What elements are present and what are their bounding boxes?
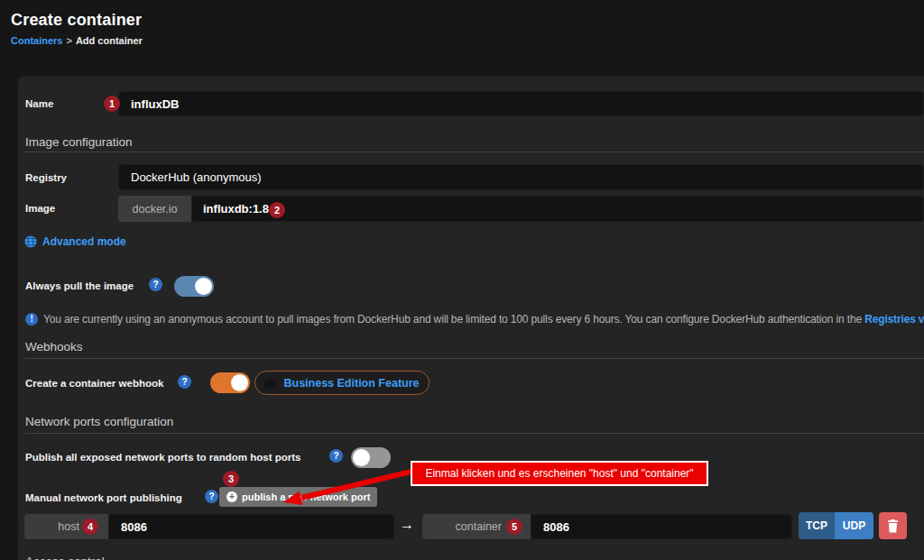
- webhook-toggle[interactable]: [210, 372, 250, 393]
- advanced-mode-link[interactable]: Advanced mode: [24, 235, 126, 248]
- always-pull-toggle[interactable]: [174, 276, 214, 297]
- page-title: Create container: [11, 11, 142, 30]
- section-webhooks: Webhooks: [25, 340, 83, 353]
- toggle-knob: [231, 374, 248, 391]
- host-port-input[interactable]: [108, 514, 394, 539]
- annotation-badge-5: 5: [506, 519, 522, 535]
- advanced-mode-label: Advanced mode: [42, 235, 126, 248]
- publish-all-help-icon[interactable]: ?: [329, 449, 343, 463]
- section-divider: [25, 151, 924, 152]
- briefcase-icon: [264, 378, 277, 389]
- remove-port-button[interactable]: [879, 512, 907, 539]
- trash-icon: [887, 519, 899, 533]
- port-mapping-arrow: →: [400, 517, 414, 533]
- webhook-help-icon[interactable]: ?: [178, 375, 191, 389]
- breadcrumb-current: Add container: [76, 35, 143, 46]
- toggle-knob: [353, 449, 370, 466]
- manual-publish-help-icon[interactable]: ?: [205, 490, 218, 503]
- publish-port-button-label: publish a new network port: [242, 491, 370, 502]
- info-icon: !: [25, 313, 38, 326]
- breadcrumb-link-containers[interactable]: Containers: [11, 35, 62, 46]
- annotation-badge-3: 3: [223, 471, 239, 487]
- business-edition-badge[interactable]: Business Edition Feature: [254, 371, 430, 395]
- registries-link[interactable]: Registries view: [864, 313, 924, 326]
- name-input[interactable]: [118, 91, 924, 116]
- business-edition-label: Business Edition Feature: [283, 377, 419, 390]
- section-network-ports: Network ports configuration: [25, 415, 173, 428]
- breadcrumb: Containers>Add container: [11, 35, 143, 46]
- breadcrumb-separator: >: [66, 35, 71, 46]
- section-divider: [25, 433, 924, 434]
- tcp-button[interactable]: TCP: [799, 512, 835, 539]
- publish-all-toggle[interactable]: [351, 447, 391, 468]
- manual-publish-label: Manual network port publishing: [25, 492, 182, 503]
- annotation-badge-4: 4: [82, 519, 98, 535]
- image-input[interactable]: [191, 196, 924, 222]
- publish-all-label: Publish all exposed network ports to ran…: [25, 452, 300, 463]
- container-port-input[interactable]: [531, 514, 792, 539]
- pull-limit-text: You are currently using an anonymous acc…: [43, 313, 924, 326]
- always-pull-help-icon[interactable]: ?: [149, 278, 162, 291]
- udp-button[interactable]: UDP: [835, 512, 873, 539]
- webhook-label: Create a container webhook: [25, 378, 163, 389]
- annotation-badge-1: 1: [104, 96, 120, 112]
- section-access-control-clipped: Access control: [25, 555, 105, 560]
- globe-icon: [24, 235, 37, 248]
- plus-icon: +: [226, 491, 237, 502]
- always-pull-label: Always pull the image: [25, 280, 134, 291]
- name-label: Name: [25, 98, 53, 109]
- section-image-configuration: Image configuration: [25, 135, 133, 149]
- image-label: Image: [25, 203, 55, 214]
- annotation-callout: Einmal klicken und es erscheinen "host" …: [411, 461, 708, 486]
- registry-label: Registry: [25, 172, 67, 183]
- image-registry-prefix: docker.io: [118, 196, 191, 222]
- annotation-badge-2: 2: [269, 202, 285, 218]
- registry-select[interactable]: DockerHub (anonymous): [118, 164, 924, 190]
- publish-port-button[interactable]: + publish a new network port: [219, 487, 377, 507]
- pull-limit-info: ! You are currently using an anonymous a…: [25, 311, 924, 326]
- toggle-knob: [195, 278, 212, 295]
- section-divider: [25, 358, 924, 359]
